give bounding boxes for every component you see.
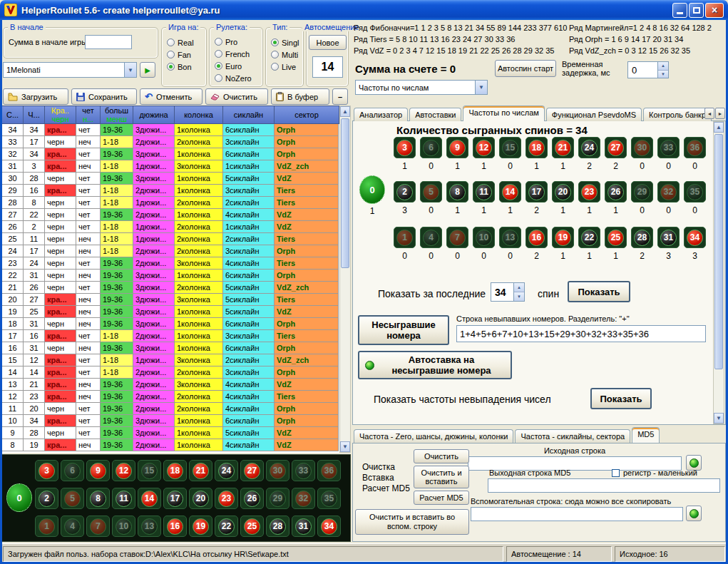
number-16[interactable]: 16 (526, 227, 548, 248)
number-21[interactable]: 21 (552, 137, 574, 158)
table-row[interactable]: 3234кра...чет19-363дюжи...1колонка6сикла… (2, 148, 339, 160)
radio-nozero[interactable]: NoZero (210, 72, 262, 84)
number-19[interactable]: 19 (552, 227, 574, 248)
number-32[interactable]: 32 (657, 181, 680, 202)
spin-up-icon[interactable]: ▲ (658, 62, 668, 71)
number-3[interactable]: 3 (35, 460, 58, 481)
autobet-missed-button[interactable]: Автоставка на несыгравшие номера (358, 351, 512, 379)
number-8[interactable]: 8 (446, 181, 468, 202)
spin-down-icon[interactable]: ▼ (658, 71, 668, 78)
dropdown-icon[interactable]: ▼ (475, 81, 487, 94)
number-15[interactable]: 15 (138, 460, 161, 481)
number-8[interactable]: 8 (86, 488, 110, 509)
md5-clear-button[interactable]: Очистить (414, 449, 469, 463)
md5-clear-paste-button[interactable]: Очистить и вставить (414, 466, 469, 488)
start-sum-input[interactable] (85, 35, 132, 49)
table-row[interactable]: 1120чернчет19-362дюжи...2колонка4сиклайн… (2, 403, 339, 415)
number-34[interactable]: 34 (684, 227, 706, 248)
number-12[interactable]: 12 (473, 137, 495, 158)
scroll-thumb[interactable] (714, 134, 723, 369)
table-row[interactable]: 288чернчет1-181дюжи...2колонка2сиклайнTi… (2, 197, 339, 209)
delay-spinner[interactable]: 0 ▲▼ (627, 61, 669, 78)
number-0[interactable]: 0 (359, 175, 385, 204)
main-tab[interactable]: Контроль банкр (643, 108, 712, 121)
number-17[interactable]: 17 (163, 488, 187, 509)
number-21[interactable]: 21 (189, 460, 212, 481)
number-16[interactable]: 16 (163, 516, 187, 537)
show-last-button[interactable]: Показать (568, 281, 630, 302)
main-tab[interactable]: Автоставки (409, 108, 461, 121)
table-row[interactable]: 1831черннеч19-363дюжи...1колонка6сиклайн… (2, 318, 339, 330)
undo-button[interactable]: ↶ Отменить (140, 88, 202, 105)
load-button[interactable]: Загрузить (3, 88, 68, 105)
md5-calc-button[interactable]: Расчет MD5 (414, 491, 469, 505)
number-13[interactable]: 13 (138, 516, 161, 537)
radio-bon[interactable]: Bon (162, 61, 206, 73)
table-row[interactable]: 3317черннеч1-182дюжи...2колонка3сиклайнO… (2, 136, 339, 148)
bottom-tab[interactable]: MD5 (632, 427, 660, 443)
number-31[interactable]: 31 (657, 227, 680, 248)
number-29[interactable]: 29 (266, 488, 289, 509)
number-7[interactable]: 7 (86, 516, 110, 537)
number-18[interactable]: 18 (163, 460, 187, 481)
number-3[interactable]: 3 (394, 137, 416, 158)
number-14[interactable]: 14 (499, 181, 521, 202)
number-25[interactable]: 25 (605, 227, 627, 248)
number-15[interactable]: 15 (499, 137, 521, 158)
radio-fan[interactable]: Fan (162, 48, 206, 61)
scroll-down-icon[interactable]: ▼ (714, 413, 724, 424)
table-row[interactable]: 1716кра...чет1-182дюжи...1колонка3сиклай… (2, 330, 339, 342)
table-row[interactable]: 1925кра...неч19-363дюжи...1колонка5сикла… (2, 306, 339, 318)
scroll-thumb[interactable] (341, 118, 349, 268)
number-1[interactable]: 1 (35, 516, 58, 537)
number-26[interactable]: 26 (605, 181, 627, 202)
number-5[interactable]: 5 (420, 181, 442, 202)
table-row[interactable]: 2027кра...неч19-363дюжи...3колонка5сикла… (2, 294, 339, 306)
number-18[interactable]: 18 (526, 137, 548, 158)
number-1[interactable]: 1 (394, 227, 416, 248)
radio-real[interactable]: Real (162, 36, 206, 48)
number-31[interactable]: 31 (292, 516, 315, 537)
pane-scrollbar[interactable]: ▲ ▼ (713, 121, 724, 424)
number-28[interactable]: 28 (631, 227, 653, 248)
new-shift-button[interactable]: Новое (309, 35, 347, 50)
number-36[interactable]: 36 (317, 460, 341, 481)
table-row[interactable]: 2126чернчет19-363дюжи...2колонка5сиклайн… (2, 282, 339, 294)
spin-down-icon[interactable]: ▼ (514, 292, 524, 301)
number-0[interactable]: 0 (6, 483, 32, 512)
number-35[interactable]: 35 (684, 181, 706, 202)
number-34[interactable]: 34 (317, 516, 341, 537)
number-11[interactable]: 11 (112, 488, 135, 509)
number-20[interactable]: 20 (189, 488, 212, 509)
radio-singl[interactable]: Singl (266, 36, 303, 48)
number-12[interactable]: 12 (112, 460, 135, 481)
radio-pro[interactable]: Pro (210, 36, 262, 48)
table-row[interactable]: 2417черннеч1-182дюжи...2колонка3сиклайнO… (2, 245, 339, 257)
aux-string-input[interactable] (471, 507, 683, 521)
dropdown-icon[interactable]: ▼ (124, 63, 136, 77)
bottom-tab[interactable]: Частота - сиклайны, сектора (515, 429, 630, 443)
maximize-button[interactable] (689, 3, 704, 18)
table-row[interactable]: 3028чернчет19-363дюжи...1колонка5сиклайн… (2, 173, 339, 185)
scroll-down-icon[interactable]: ▼ (340, 441, 350, 452)
radio-multi[interactable]: Multi (266, 48, 303, 61)
table-row[interactable]: 2511черннеч1-181дюжи...2колонка2сиклайнT… (2, 233, 339, 245)
number-29[interactable]: 29 (631, 181, 653, 202)
table-row[interactable]: 819кра...неч19-362дюжи...1колонка4сиклай… (2, 439, 339, 451)
number-32[interactable]: 32 (292, 488, 315, 509)
number-6[interactable]: 6 (420, 137, 442, 158)
table-row[interactable]: 2324чернчет19-362дюжи...3колонка4сиклайн… (2, 257, 339, 270)
number-17[interactable]: 17 (526, 181, 548, 202)
number-4[interactable]: 4 (420, 227, 442, 248)
number-30[interactable]: 30 (631, 137, 653, 158)
number-33[interactable]: 33 (292, 460, 315, 481)
show-missed-freq-button[interactable]: Показать (590, 388, 652, 409)
table-row[interactable]: 2231черннеч19-363дюжи...1колонка6сиклайн… (2, 270, 339, 282)
last-spins-spinner[interactable]: 34 ▲▼ (491, 282, 525, 302)
radio-euro[interactable]: Euro (210, 60, 262, 72)
number-13[interactable]: 13 (499, 227, 521, 248)
table-row[interactable]: 1321кра...неч19-362дюжи...3колонка4сикла… (2, 379, 339, 391)
spin-up-icon[interactable]: ▲ (514, 283, 524, 292)
number-22[interactable]: 22 (215, 516, 238, 537)
number-5[interactable]: 5 (61, 488, 84, 509)
